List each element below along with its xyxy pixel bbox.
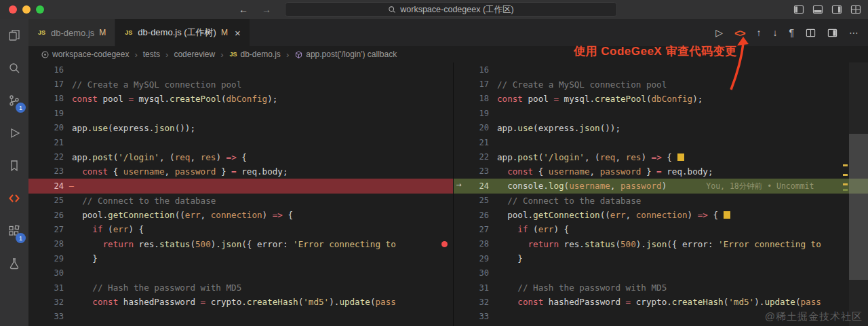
testing-beaker-icon[interactable] bbox=[0, 247, 28, 280]
line-number[interactable]: 25 bbox=[28, 196, 72, 205]
close-window-button[interactable] bbox=[9, 5, 17, 14]
code-line[interactable]: 19 bbox=[454, 106, 868, 120]
line-number[interactable]: 28 bbox=[454, 239, 497, 249]
code-line[interactable]: 22app.post('/login', (req, res) => { bbox=[28, 149, 453, 164]
close-tab-icon[interactable]: × bbox=[235, 27, 241, 39]
line-number[interactable]: 26 bbox=[28, 211, 72, 220]
line-number[interactable]: 22 bbox=[28, 152, 72, 162]
minimap-slider[interactable] bbox=[849, 134, 868, 280]
line-number[interactable]: 19 bbox=[454, 109, 497, 118]
code-line[interactable]: 31 // Hash the password with MD5 bbox=[454, 280, 868, 295]
code-line[interactable]: 28 return res.status(500).json({ error: … bbox=[28, 237, 453, 251]
code-line[interactable]: 22app.post('/login', (req, res) => { bbox=[454, 149, 868, 164]
line-number[interactable]: 20 bbox=[454, 123, 497, 132]
inline-annotation-marker[interactable] bbox=[724, 211, 730, 219]
code-line[interactable]: 30 bbox=[28, 266, 453, 280]
breadcrumb-item[interactable]: tests bbox=[143, 50, 160, 59]
line-number[interactable]: 27 bbox=[28, 225, 72, 234]
next-change-icon[interactable]: ↓ bbox=[772, 27, 777, 38]
line-number[interactable]: 17 bbox=[28, 79, 72, 89]
line-number[interactable]: 29 bbox=[28, 254, 72, 264]
line-number[interactable]: 31 bbox=[28, 283, 72, 293]
editor-tab[interactable]: JSdb-demo.jsM bbox=[28, 19, 115, 46]
line-number[interactable]: 30 bbox=[454, 268, 497, 278]
line-number[interactable]: 32 bbox=[454, 297, 497, 307]
line-number[interactable]: 18 bbox=[28, 94, 72, 103]
toggle-secondary-sidebar-icon[interactable] bbox=[831, 4, 842, 15]
more-actions-icon[interactable]: ⋯ bbox=[849, 27, 859, 38]
search-view-icon[interactable] bbox=[0, 52, 28, 84]
line-number[interactable]: 28 bbox=[28, 239, 72, 249]
line-number[interactable]: 23 bbox=[454, 166, 497, 176]
line-number[interactable]: 24— bbox=[28, 181, 72, 191]
run-debug-icon[interactable] bbox=[0, 117, 28, 149]
editor-tab[interactable]: JSdb-demo.js (工作树)M× bbox=[115, 19, 250, 46]
inline-view-toggle-icon[interactable] bbox=[806, 28, 816, 38]
explorer-icon[interactable] bbox=[0, 19, 28, 52]
code-line[interactable]: 33 bbox=[28, 310, 453, 324]
code-line[interactable]: 24 console.log(username, password)You, 1… bbox=[454, 179, 868, 193]
code-line[interactable]: 32 const hashedPassword = crypto.createH… bbox=[454, 295, 868, 309]
code-line[interactable]: 21 bbox=[28, 135, 453, 149]
toggle-primary-sidebar-icon[interactable] bbox=[793, 4, 804, 15]
breadcrumb-item[interactable]: JSdb-demo.js bbox=[229, 50, 280, 59]
code-line[interactable]: 16 bbox=[28, 62, 453, 77]
maximize-window-button[interactable] bbox=[36, 5, 44, 14]
breadcrumb-item[interactable]: app.post('/login') callback bbox=[294, 50, 397, 59]
whitespace-toggle-icon[interactable]: ¶ bbox=[789, 27, 794, 38]
code-line[interactable]: 17// Create a MySQL connection pool bbox=[28, 77, 453, 91]
code-line[interactable]: 30 bbox=[454, 266, 868, 280]
inline-annotation-marker[interactable] bbox=[677, 153, 684, 161]
command-center-search[interactable]: workspace-codegeex (工作区) bbox=[285, 2, 617, 17]
extensions-icon[interactable]: 1 bbox=[0, 215, 28, 247]
toggle-panel-icon[interactable] bbox=[812, 4, 823, 15]
line-number[interactable]: 16 bbox=[454, 65, 497, 75]
code-line[interactable]: 20app.use(express.json()); bbox=[454, 121, 868, 135]
bookmarks-icon[interactable] bbox=[0, 149, 28, 182]
code-line[interactable]: 28 return res.status(500).json({ error: … bbox=[454, 237, 868, 251]
code-line[interactable]: 20app.use(express.json()); bbox=[28, 121, 453, 135]
diff-editor[interactable]: 1617// Create a MySQL connection pool18c… bbox=[28, 62, 868, 326]
line-number[interactable]: 16 bbox=[28, 65, 72, 75]
code-line[interactable]: 25 // Connect to the database bbox=[28, 194, 453, 208]
code-line[interactable]: 19 bbox=[28, 106, 453, 120]
line-number[interactable]: 31 bbox=[454, 283, 497, 293]
line-number[interactable]: 33 bbox=[454, 312, 497, 321]
nav-back-icon[interactable]: ← bbox=[239, 4, 248, 15]
code-line[interactable]: 26 pool.getConnection((err, connection) … bbox=[454, 208, 868, 222]
line-number[interactable]: 33 bbox=[28, 312, 72, 321]
line-number[interactable]: 17 bbox=[454, 79, 497, 89]
line-number[interactable]: 22 bbox=[454, 152, 497, 162]
code-line[interactable]: 26 pool.getConnection((err, connection) … bbox=[28, 208, 453, 222]
line-number[interactable]: 27 bbox=[454, 225, 497, 234]
code-line[interactable]: 25 // Connect to the database bbox=[454, 194, 868, 208]
line-number[interactable]: 21 bbox=[28, 138, 72, 147]
split-editor-icon[interactable] bbox=[827, 28, 837, 38]
source-control-icon[interactable]: 1 bbox=[0, 84, 28, 117]
code-line[interactable]: 27 if (err) { bbox=[454, 222, 868, 236]
code-line[interactable]: 18const pool = mysql.createPool(dbConfig… bbox=[454, 92, 868, 106]
minimap[interactable] bbox=[849, 62, 868, 326]
line-number[interactable]: 20 bbox=[28, 123, 72, 132]
code-line[interactable]: 23 const { username, password } = req.bo… bbox=[454, 164, 868, 179]
diff-pane-original[interactable]: 1617// Create a MySQL connection pool18c… bbox=[28, 62, 453, 326]
code-line[interactable]: 21 bbox=[454, 135, 868, 149]
code-line[interactable]: 32 const hashedPassword = crypto.createH… bbox=[28, 295, 453, 309]
line-number[interactable]: 26 bbox=[454, 211, 497, 220]
line-number[interactable]: 32 bbox=[28, 297, 72, 307]
code-line[interactable]: 18const pool = mysql.createPool(dbConfig… bbox=[28, 92, 453, 106]
code-line[interactable]: 27 if (err) { bbox=[28, 222, 453, 236]
code-line[interactable]: 16 bbox=[454, 62, 868, 77]
code-line[interactable]: 31 // Hash the password with MD5 bbox=[28, 280, 453, 295]
line-number[interactable]: 18 bbox=[454, 94, 497, 103]
line-number[interactable]: 23 bbox=[28, 166, 72, 176]
line-number[interactable]: 29 bbox=[454, 254, 497, 264]
code-line[interactable]: 29 } bbox=[454, 251, 868, 266]
line-number[interactable]: 19 bbox=[28, 109, 72, 118]
nav-forward-icon[interactable]: → bbox=[262, 4, 271, 15]
line-number[interactable]: 21 bbox=[454, 138, 497, 147]
code-line[interactable]: 24— bbox=[28, 179, 453, 193]
line-number[interactable]: 30 bbox=[28, 268, 72, 278]
line-number[interactable]: 25 bbox=[454, 196, 497, 205]
code-line[interactable]: 23 const { username, password } = req.bo… bbox=[28, 164, 453, 179]
